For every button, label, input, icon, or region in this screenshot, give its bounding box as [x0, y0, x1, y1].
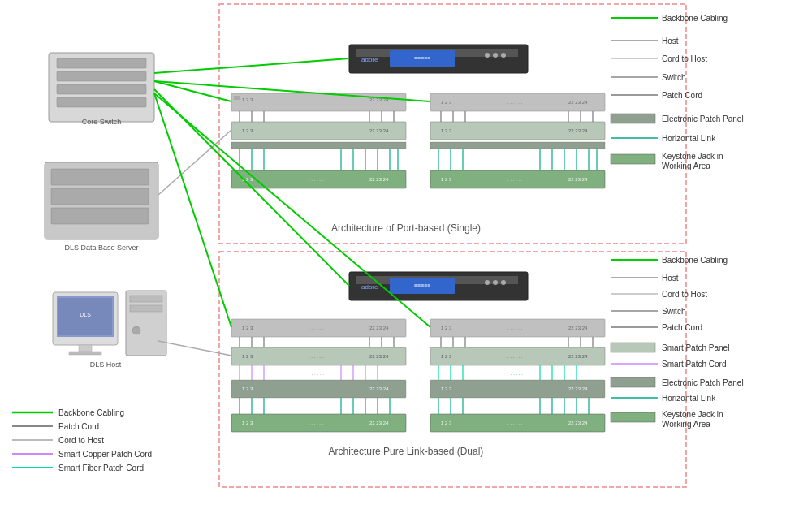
- main-container: Core Switch DLS Data Base Server DLS DLS…: [0, 0, 812, 522]
- svg-point-22: [132, 326, 140, 334]
- svg-text:DLS Data Base Server: DLS Data Base Server: [64, 244, 138, 252]
- svg-text:Architecture Pure Link-based (: Architecture Pure Link-based (Dual): [329, 446, 484, 457]
- svg-point-94: [493, 280, 498, 285]
- svg-text:1  2  3: 1 2 3: [242, 421, 253, 425]
- svg-text:1  2  3: 1 2 3: [242, 97, 253, 102]
- svg-text:≡≡≡≡≡: ≡≡≡≡≡: [414, 283, 430, 288]
- svg-text:22 23 24: 22 23 24: [568, 177, 588, 182]
- svg-text:Patch Cord: Patch Cord: [662, 323, 702, 332]
- svg-text:≡≡≡≡≡: ≡≡≡≡≡: [414, 55, 430, 61]
- svg-text:Electronic Patch Panel: Electronic Patch Panel: [662, 114, 744, 123]
- svg-text:Patch Cord: Patch Cord: [58, 422, 99, 431]
- svg-text:Host: Host: [662, 37, 679, 45]
- svg-text:22 23 24: 22 23 24: [369, 326, 389, 330]
- svg-text:Smart Copper Patch Cord: Smart Copper Patch Cord: [58, 450, 152, 459]
- svg-text:1  2  3: 1 2 3: [441, 100, 452, 105]
- svg-text:Backbone Cabling: Backbone Cabling: [662, 14, 728, 23]
- svg-rect-9: [51, 169, 149, 185]
- svg-text:22 23 24: 22 23 24: [369, 177, 389, 182]
- svg-point-39: [485, 53, 490, 58]
- svg-text:Cord to Host: Cord to Host: [58, 436, 104, 445]
- svg-text:22 23 24: 22 23 24: [568, 386, 588, 391]
- svg-text:Horizontal Link: Horizontal Link: [662, 134, 716, 143]
- svg-text:22 23 24: 22 23 24: [369, 386, 389, 391]
- svg-text:22 23 24: 22 23 24: [568, 128, 588, 133]
- svg-text:22 23 24: 22 23 24: [369, 421, 389, 425]
- svg-text:Patch Cord: Patch Cord: [662, 91, 702, 100]
- svg-text:. . . . . .: . . . . . .: [312, 371, 327, 376]
- svg-text:Cord to Host: Cord to Host: [662, 54, 707, 63]
- svg-text:. . . . . .: . . . . . .: [309, 354, 324, 359]
- svg-text:Working Area: Working Area: [662, 420, 710, 429]
- svg-rect-11: [51, 208, 149, 224]
- svg-text:. . . . . .: . . . . . .: [309, 421, 324, 425]
- svg-text:. . . . . .: . . . . . .: [309, 386, 324, 391]
- svg-text:Keystone Jack in: Keystone Jack in: [662, 410, 723, 419]
- svg-rect-73: [430, 142, 605, 149]
- svg-text:DLS Host: DLS Host: [90, 360, 122, 369]
- svg-text:Smart Patch Cord: Smart Patch Cord: [662, 360, 726, 369]
- svg-text:adore: adore: [361, 56, 378, 63]
- svg-rect-3: [57, 58, 146, 68]
- svg-rect-220: [611, 343, 655, 352]
- svg-text:. . . . . .: . . . . . .: [309, 326, 324, 330]
- svg-text:22 23 24: 22 23 24: [369, 354, 389, 359]
- svg-text:1  2  3: 1 2 3: [441, 128, 452, 133]
- svg-rect-51: [231, 142, 406, 149]
- svg-text:Horizontal Link: Horizontal Link: [662, 394, 716, 403]
- svg-text:Working Area: Working Area: [662, 162, 710, 170]
- svg-rect-21: [130, 305, 162, 312]
- svg-text:Cord to Host: Cord to Host: [662, 290, 707, 299]
- svg-rect-203: [611, 114, 655, 123]
- svg-text:. . . . . .: . . . . . .: [508, 177, 523, 182]
- svg-text:Switch: Switch: [662, 307, 685, 316]
- svg-text:1  2  3: 1 2 3: [441, 354, 452, 359]
- svg-rect-10: [51, 188, 149, 205]
- svg-rect-20: [130, 296, 162, 302]
- svg-point-93: [485, 280, 490, 285]
- svg-text:1  2  3: 1 2 3: [242, 386, 253, 391]
- svg-text:22 23 24: 22 23 24: [369, 128, 389, 133]
- svg-rect-43: [234, 96, 240, 100]
- svg-text:adore: adore: [361, 283, 378, 291]
- svg-rect-17: [79, 345, 92, 352]
- svg-rect-207: [611, 154, 655, 164]
- svg-rect-224: [611, 377, 655, 387]
- svg-text:. . . . . .: . . . . . .: [508, 100, 523, 105]
- svg-text:. . . . . .: . . . . . .: [508, 326, 523, 330]
- svg-text:Host: Host: [662, 274, 679, 283]
- svg-rect-42: [231, 93, 406, 111]
- svg-rect-18: [69, 352, 102, 355]
- svg-text:22 23 24: 22 23 24: [568, 421, 588, 425]
- svg-text:Electronic Patch Panel: Electronic Patch Panel: [662, 378, 744, 387]
- svg-text:. . . . . .: . . . . . .: [508, 354, 523, 359]
- svg-text:. . . . . .: . . . . . .: [309, 177, 324, 182]
- network-diagram: Core Switch DLS Data Base Server DLS DLS…: [0, 0, 812, 522]
- svg-text:Keystone Jack in: Keystone Jack in: [662, 152, 723, 161]
- svg-line-180: [158, 341, 231, 356]
- svg-point-41: [501, 53, 506, 58]
- svg-text:1  2  3: 1 2 3: [441, 386, 452, 391]
- svg-text:Architecture of Port-based (Si: Architecture of Port-based (Single): [331, 222, 481, 234]
- svg-text:22 23 24: 22 23 24: [568, 354, 588, 359]
- svg-text:Backbone Cabling: Backbone Cabling: [58, 408, 124, 417]
- svg-rect-4: [57, 71, 146, 81]
- svg-rect-6: [57, 97, 146, 107]
- svg-text:1  2  3: 1 2 3: [441, 326, 452, 330]
- svg-text:1  2  3: 1 2 3: [242, 354, 253, 359]
- svg-text:22 23 24: 22 23 24: [568, 100, 588, 105]
- svg-text:1  2  3: 1 2 3: [441, 421, 452, 425]
- svg-text:. . . . . .: . . . . . .: [309, 128, 324, 133]
- svg-line-161: [154, 58, 349, 73]
- svg-text:. . . . . .: . . . . . .: [511, 371, 526, 376]
- svg-text:. . . . . .: . . . . . .: [508, 128, 523, 133]
- svg-text:. . . . . .: . . . . . .: [309, 97, 324, 102]
- svg-text:Backbone Cabling: Backbone Cabling: [662, 256, 728, 265]
- svg-text:Core Switch: Core Switch: [82, 118, 122, 126]
- svg-text:1  2  3: 1 2 3: [441, 177, 452, 182]
- svg-point-95: [501, 280, 506, 285]
- svg-text:. . . . . .: . . . . . .: [508, 421, 523, 425]
- svg-text:1  2  3: 1 2 3: [242, 128, 253, 133]
- svg-text:. . . . . .: . . . . . .: [508, 386, 523, 391]
- svg-text:22 23 24: 22 23 24: [568, 326, 588, 330]
